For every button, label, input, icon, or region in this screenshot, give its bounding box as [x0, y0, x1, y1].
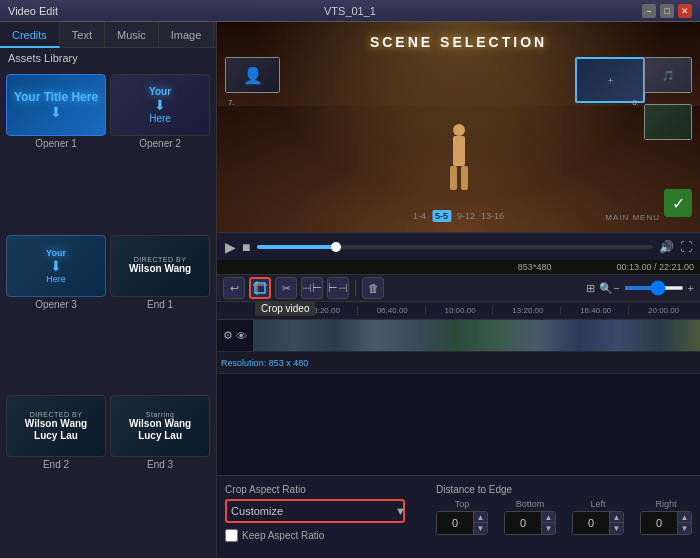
- edge-bottom-input[interactable]: [505, 512, 541, 534]
- menu-item-5-5[interactable]: 5-5: [432, 210, 451, 222]
- merge-tool-button[interactable]: ⊢⊣: [327, 277, 349, 299]
- edge-left: Left ▲ ▼: [572, 499, 624, 535]
- scene-thumb-topleft[interactable]: 👤: [225, 57, 280, 93]
- edge-top-input[interactable]: [437, 512, 473, 534]
- edge-top-up[interactable]: ▲: [473, 512, 487, 523]
- crop-tool-button[interactable]: [249, 277, 271, 299]
- tab-music[interactable]: Music: [105, 22, 159, 48]
- list-item[interactable]: DIRECTED BY Wilson Wang End 1: [110, 235, 210, 392]
- svg-rect-2: [450, 166, 457, 190]
- ruler-mark-5: 16:40.00: [560, 306, 628, 315]
- thumb-end2[interactable]: DIRECTED BY Wilson WangLucy Lau: [6, 395, 106, 457]
- split-tool-button[interactable]: ⊣⊢: [301, 277, 323, 299]
- delete-tool-button[interactable]: 🗑: [362, 277, 384, 299]
- thumb-opener2[interactable]: Your ⬇ Here: [110, 74, 210, 136]
- play-button[interactable]: ▶: [225, 239, 236, 255]
- thumbnails-grid: Your Title Here ⬇ Opener 1 Your ⬇ Here O…: [0, 68, 216, 558]
- progress-bar[interactable]: [257, 245, 653, 249]
- checkmark-button[interactable]: ✓: [664, 189, 692, 217]
- distance-label: Distance to Edge: [436, 484, 692, 495]
- ruler-mark-4: 13:20.00: [492, 306, 560, 315]
- edge-bottom-label: Bottom: [516, 499, 545, 509]
- edge-right-spinbtns: ▲ ▼: [677, 512, 691, 534]
- close-button[interactable]: ✕: [678, 4, 692, 18]
- scene-thumb-bottomright[interactable]: [644, 104, 692, 140]
- scene-selection-title: SCENE SELECTION: [370, 34, 547, 50]
- edge-bottom: Bottom ▲ ▼: [504, 499, 556, 535]
- svg-rect-3: [461, 166, 468, 190]
- ruler-mark-2: 06:40.00: [357, 306, 425, 315]
- menu-item-1-4[interactable]: 1-4: [413, 211, 426, 221]
- list-item[interactable]: Your ⬇ Here Opener 2: [110, 74, 210, 231]
- list-item[interactable]: DIRECTED BY Wilson WangLucy Lau End 2: [6, 395, 106, 552]
- crop-aspect-select[interactable]: Customize 16:9 4:3 1:1: [225, 499, 405, 523]
- tab-image[interactable]: Image: [159, 22, 215, 48]
- edge-right-input[interactable]: [641, 512, 677, 534]
- distance-row: Top ▲ ▼: [436, 499, 692, 535]
- list-item[interactable]: Your ⬇ Here Opener 3: [6, 235, 106, 392]
- edge-left-input[interactable]: [573, 512, 609, 534]
- zoom-fit-button[interactable]: ⊞: [586, 282, 595, 295]
- end3-label: End 3: [147, 459, 173, 470]
- edge-left-up[interactable]: ▲: [609, 512, 623, 523]
- video-strip: [253, 320, 700, 351]
- volume-icon[interactable]: 🔊: [659, 240, 674, 254]
- keep-aspect-checkbox[interactable]: [225, 529, 238, 542]
- tab-bar: Credits Text Music Image: [0, 22, 216, 48]
- edge-right-down[interactable]: ▼: [677, 523, 691, 534]
- tab-text[interactable]: Text: [60, 22, 105, 48]
- thumb-end1[interactable]: DIRECTED BY Wilson Wang: [110, 235, 210, 297]
- end2-directed: DIRECTED BY: [30, 411, 83, 418]
- end3-name: Wilson WangLucy Lau: [129, 418, 191, 442]
- opener3-label: Opener 3: [35, 299, 77, 310]
- opener2-here: Here: [149, 113, 171, 124]
- scene-thumb-topright[interactable]: 🎵: [644, 57, 692, 93]
- thumb-opener3[interactable]: Your ⬇ Here: [6, 235, 106, 297]
- track-settings-icon[interactable]: ⚙: [223, 329, 233, 342]
- list-item[interactable]: Your Title Here ⬇ Opener 1: [6, 74, 106, 231]
- timeline-right-controls: ⊞ 🔍− +: [586, 282, 694, 295]
- stop-button[interactable]: ■: [242, 239, 250, 255]
- track-label-row: Resolution: 853 x 480: [217, 352, 700, 374]
- thumb-opener1[interactable]: Your Title Here ⬇: [6, 74, 106, 136]
- file-name: VTS_01_1: [58, 5, 642, 17]
- zoom-out-button[interactable]: 🔍−: [599, 282, 619, 295]
- edge-bottom-down[interactable]: ▼: [541, 523, 555, 534]
- opener1-label: Opener 1: [35, 138, 77, 149]
- end2-name: Wilson WangLucy Lau: [25, 418, 87, 442]
- opener3-arrow-icon: ⬇: [50, 258, 62, 274]
- fullscreen-icon[interactable]: ⛶: [680, 240, 692, 254]
- video-dimensions: 853*480: [518, 262, 552, 272]
- opener2-arrow-icon: ⬇: [154, 97, 166, 113]
- thumb-end3[interactable]: Starring Wilson WangLucy Lau: [110, 395, 210, 457]
- end3-starring: Starring: [146, 411, 175, 418]
- scene-num-8: 8.: [632, 98, 639, 107]
- crop-section-label: Crop Aspect Ratio: [225, 484, 406, 495]
- trim-tool-button[interactable]: ✂: [275, 277, 297, 299]
- maximize-button[interactable]: □: [660, 4, 674, 18]
- edge-right-up[interactable]: ▲: [677, 512, 691, 523]
- person-silhouette: [444, 122, 474, 197]
- undo-tool-button[interactable]: ↩: [223, 277, 245, 299]
- tab-credits[interactable]: Credits: [0, 22, 60, 48]
- list-item[interactable]: Starring Wilson WangLucy Lau End 3: [110, 395, 210, 552]
- zoom-slider[interactable]: [624, 286, 684, 290]
- video-preview: SCENE SELECTION 👤 ＋: [217, 22, 700, 232]
- menu-item-9-12[interactable]: 9-12: [457, 211, 475, 221]
- edge-bottom-up[interactable]: ▲: [541, 512, 555, 523]
- end2-label: End 2: [43, 459, 69, 470]
- crop-icon: [253, 281, 267, 295]
- edge-right-label: Right: [655, 499, 676, 509]
- scene-bg: SCENE SELECTION 👤 ＋: [217, 22, 700, 232]
- edge-left-down[interactable]: ▼: [609, 523, 623, 534]
- thumb-person-icon: 👤: [243, 66, 263, 85]
- track-row-video: ⚙ 👁: [217, 320, 700, 352]
- track-eye-icon[interactable]: 👁: [236, 330, 247, 342]
- menu-item-13-16[interactable]: 13-16: [481, 211, 504, 221]
- zoom-in-button[interactable]: +: [688, 282, 694, 294]
- keep-aspect-label[interactable]: Keep Aspect Ratio: [225, 529, 406, 542]
- track-icons: ⚙ 👁: [217, 329, 253, 342]
- edge-top-down[interactable]: ▼: [473, 523, 487, 534]
- minimize-button[interactable]: −: [642, 4, 656, 18]
- scene-thumb-center[interactable]: ＋: [575, 57, 645, 103]
